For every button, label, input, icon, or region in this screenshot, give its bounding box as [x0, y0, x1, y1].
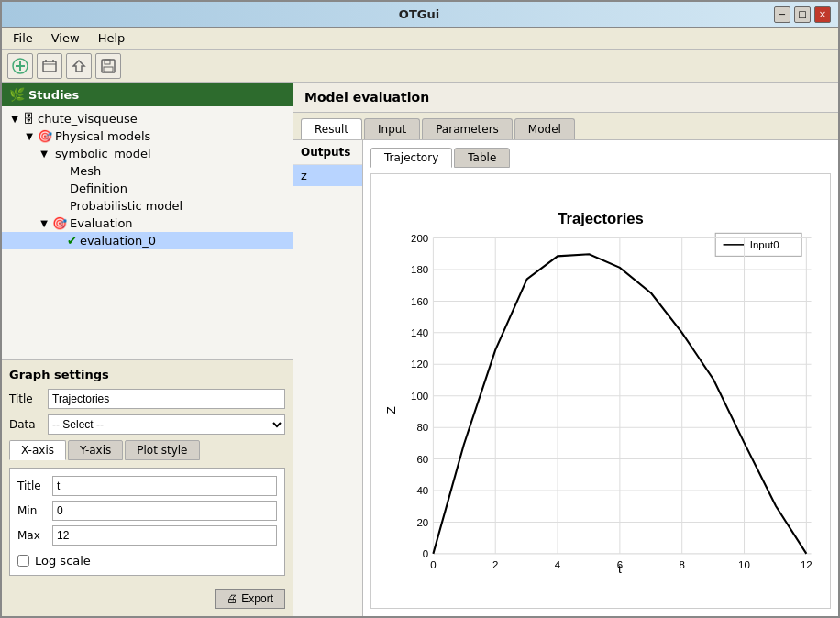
main-content: 🌿 Studies ▼ 🗄 chute_visqueuse ▼ 🎯 Physic…: [2, 83, 838, 616]
svg-rect-3: [43, 61, 56, 72]
tab-plot-style[interactable]: Plot style: [125, 440, 199, 460]
tab-input[interactable]: Input: [364, 118, 420, 139]
tree-item-definition[interactable]: Definition: [2, 180, 293, 197]
svg-text:2: 2: [492, 559, 498, 570]
svg-text:160: 160: [411, 296, 428, 307]
x-title-row: Title: [17, 476, 277, 496]
outputs-panel: Outputs z: [293, 140, 363, 616]
tree-item-chute[interactable]: ▼ 🗄 chute_visqueuse: [2, 110, 293, 127]
tree-item-mesh[interactable]: Mesh: [2, 162, 293, 180]
sub-tabs: Trajectory Table: [370, 148, 831, 168]
checkmark-icon: ✔: [67, 234, 77, 248]
window-title: OTGui: [64, 7, 774, 21]
studies-icon: 🌿: [9, 87, 25, 102]
data-row: Data -- Select --: [9, 414, 285, 435]
x-axis: 0 2 4 6 8 10 12: [430, 559, 812, 570]
svg-text:20: 20: [416, 517, 428, 528]
close-button[interactable]: ×: [814, 6, 831, 23]
minimize-button[interactable]: −: [774, 6, 790, 23]
open-button[interactable]: [37, 53, 62, 79]
svg-text:80: 80: [416, 422, 428, 433]
y-axis: 0 20 40 60 80 100 120 140 160 180 200: [411, 233, 428, 559]
graph-settings-title: Graph settings: [9, 368, 285, 381]
axis-tabs: X-axis Y-axis Plot style: [9, 440, 285, 460]
tab-result[interactable]: Result: [301, 118, 362, 139]
menu-view[interactable]: View: [44, 29, 87, 47]
tree-label-probabilistic: Probabilistic model: [70, 199, 182, 213]
title-input[interactable]: [48, 389, 285, 409]
svg-text:120: 120: [411, 359, 428, 370]
tab-y-axis[interactable]: Y-axis: [68, 440, 123, 460]
log-scale-row: Log scale: [17, 550, 277, 568]
studies-label: Studies: [28, 88, 79, 102]
new-icon: [12, 58, 28, 74]
x-min-row: Min: [17, 501, 277, 521]
maximize-button[interactable]: □: [794, 6, 811, 23]
tree-label-chute: chute_visqueuse: [38, 112, 138, 126]
tree-item-probabilistic[interactable]: Probabilistic model: [2, 197, 293, 215]
tab-parameters[interactable]: Parameters: [422, 118, 513, 139]
expand-icon-2: ▼: [24, 131, 35, 141]
tree-item-evaluation0[interactable]: ✔ evaluation_0: [2, 232, 293, 249]
expand-icon-4: ▼: [39, 218, 50, 228]
physical-models-icon: 🎯: [38, 129, 52, 143]
content-area: Outputs z Trajectory Table: [293, 140, 838, 616]
svg-text:6: 6: [617, 559, 623, 570]
studies-header: 🌿 Studies: [2, 83, 293, 106]
axis-content: Title Min Max Log scale: [9, 468, 285, 576]
sub-tab-trajectory[interactable]: Trajectory: [370, 148, 452, 168]
y-axis-label: Z: [384, 406, 398, 414]
export-button[interactable]: 🖨 Export: [215, 589, 285, 609]
save-button[interactable]: [95, 53, 121, 79]
svg-text:60: 60: [416, 454, 428, 465]
data-select[interactable]: -- Select --: [48, 414, 285, 435]
chart-title: Trajectories: [558, 210, 644, 227]
new-button[interactable]: [7, 53, 33, 79]
save-icon: [100, 58, 116, 74]
svg-text:100: 100: [411, 391, 428, 402]
graph-settings-panel: Graph settings Title Data -- Select -- X…: [2, 359, 293, 616]
svg-rect-8: [104, 67, 113, 72]
x-min-input[interactable]: [52, 501, 277, 521]
model-eval-header: Model evaluation: [293, 83, 838, 113]
x-max-row: Max: [17, 525, 277, 546]
tree-item-evaluation[interactable]: ▼ 🎯 Evaluation: [2, 215, 293, 232]
log-scale-checkbox[interactable]: [17, 555, 29, 567]
svg-text:140: 140: [411, 327, 428, 338]
x-max-input[interactable]: [52, 525, 277, 546]
chart-area: Trajectory Table Trajectories Input0: [363, 140, 838, 616]
menu-file[interactable]: File: [6, 29, 40, 47]
file-tree: ▼ 🗄 chute_visqueuse ▼ 🎯 Physical models …: [2, 106, 293, 359]
svg-text:0: 0: [430, 559, 436, 570]
titlebar: OTGui − □ ×: [2, 2, 838, 28]
title-row: Title: [9, 389, 285, 409]
chart-container: Trajectories Input0 Z t: [370, 173, 831, 609]
menu-help[interactable]: Help: [91, 29, 133, 47]
legend-label: Input0: [750, 239, 779, 250]
expand-icon-3: ▼: [39, 149, 50, 159]
sub-tab-table[interactable]: Table: [454, 148, 510, 168]
open-icon: [41, 58, 58, 74]
tab-model[interactable]: Model: [514, 118, 575, 139]
evaluation-icon: 🎯: [52, 216, 67, 230]
tree-item-symbolic-model[interactable]: ▼ symbolic_model: [2, 145, 293, 162]
tree-label-mesh: Mesh: [70, 164, 101, 178]
tab-x-axis[interactable]: X-axis: [9, 440, 66, 460]
x-title-input[interactable]: [52, 476, 277, 496]
chart-grid: [433, 238, 811, 554]
tree-label-evaluation: Evaluation: [70, 216, 133, 230]
save-as-button[interactable]: [66, 53, 92, 79]
log-scale-label: Log scale: [35, 554, 91, 568]
main-tabs: Result Input Parameters Model: [293, 113, 838, 140]
svg-text:40: 40: [416, 485, 428, 496]
left-panel: 🌿 Studies ▼ 🗄 chute_visqueuse ▼ 🎯 Physic…: [2, 83, 293, 616]
tree-label-definition: Definition: [70, 182, 127, 195]
expand-icon: ▼: [9, 114, 20, 124]
tree-item-physical-models[interactable]: ▼ 🎯 Physical models: [2, 127, 293, 145]
menubar: File View Help: [2, 28, 838, 50]
tree-label-physical-models: Physical models: [55, 129, 150, 143]
output-item-z[interactable]: z: [293, 165, 362, 186]
title-field-label: Title: [9, 392, 42, 405]
trajectory-chart: Trajectories Input0 Z t: [381, 183, 821, 599]
window-controls: − □ ×: [774, 6, 831, 23]
